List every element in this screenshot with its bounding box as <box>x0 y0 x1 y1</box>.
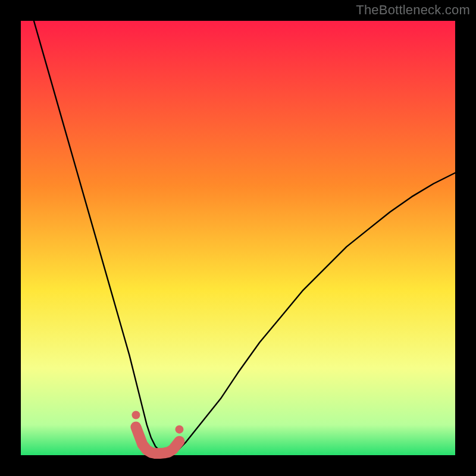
marker-dot <box>175 425 183 434</box>
gradient-background <box>21 21 455 455</box>
watermark-label: TheBottleneck.com <box>356 2 470 18</box>
marker-dot <box>131 411 140 419</box>
chart-stage: TheBottleneck.com <box>0 0 476 476</box>
bottleneck-chart <box>0 0 476 476</box>
